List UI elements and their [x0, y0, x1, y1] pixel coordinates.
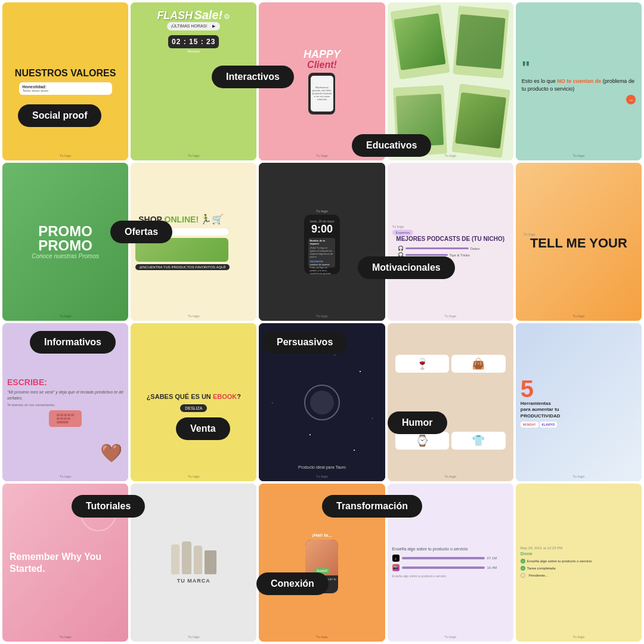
phone-dark-msg: Nombre de tu negocio ¡Feliz! Tu logo te …	[308, 238, 335, 268]
constellation	[304, 385, 340, 420]
main-grid: NUESTROS VALORES Honestidad: Texto texto…	[0, 0, 644, 644]
podcast-experts: Expertos	[392, 230, 414, 236]
phone-mockup: Muchísimas gracias, esto feliz, ya puedo…	[308, 73, 335, 114]
client-text: Client!	[307, 60, 337, 70]
podcast-item-2: 🎧 Tips & Tricks	[398, 252, 503, 258]
cell-valores: NUESTROS VALORES Honestidad: Texto texto…	[2, 2, 128, 160]
ebook-title: ¿SABES QUÉ ES UN EBOOK?	[147, 392, 241, 401]
cell16-logo: Tu logo	[60, 635, 72, 639]
spotted-face: Spotted!	[305, 540, 338, 575]
tell-me-text: TELL ME YOUR	[530, 236, 627, 250]
cell-flash-sale: FLASH Sale! ⚙ ¡ÚLTIMAS HORAS! ▶ 02 : 15 …	[131, 2, 256, 160]
cell-podcasts: Tu logo Expertos MEJORES PODCASTS DE (TU…	[388, 163, 513, 321]
constellation-inner	[310, 391, 334, 414]
cell11-logo: Tu logo	[60, 475, 72, 478]
product-bottles	[171, 541, 216, 574]
promo-text-2: PROMO	[38, 239, 92, 253]
escribe-quote: "Mi próximo mes se verá" y deja que el t…	[7, 389, 123, 401]
cell-tell-me: Tu logo TELL ME YOUR Tu logo	[516, 163, 642, 321]
photo-card-1	[390, 5, 450, 79]
cell9-logo: Tu logo	[444, 314, 456, 318]
done-item-2: ✓ Tarea completada	[521, 566, 556, 571]
cell14-logo: Tu logo	[444, 475, 456, 478]
desliza-btn: DESLIZA	[180, 404, 207, 412]
hai-text: ¡Hai! la...	[312, 532, 332, 538]
cell-ebook: ¿SABES QUÉ ES UN EBOOK? DESLIZA Tu logo	[131, 323, 256, 481]
spotted-text: Hazte conocer con tu producto	[305, 575, 338, 586]
cell15-logo: Tu logo	[572, 475, 584, 478]
cell20-logo: Tu logo	[572, 635, 584, 639]
cell12-logo: Tu logo	[188, 475, 200, 478]
cell-social-media: Enseña algo sobre tu producto o servicio…	[388, 484, 513, 642]
cell7-logo: Tu logo	[188, 314, 200, 318]
cell6-logo: Tu logo	[60, 314, 72, 318]
timer-display: 02 : 15 : 23	[168, 35, 219, 48]
flash-title: FLASH	[157, 10, 193, 22]
done-label: Done	[521, 551, 532, 556]
cell-remember: Remember Why You Started. Tu logo	[2, 484, 128, 642]
keyboard-rows	[57, 414, 74, 423]
cell-photos: Tu logo	[388, 2, 513, 160]
tool-monday: MONDAY	[521, 422, 538, 428]
valores-box: Honestidad: Texto texto texto	[19, 82, 112, 95]
circle-decoration	[80, 496, 116, 531]
cell-escribe: ESCRIBE: "Mi próximo mes se verá" y deja…	[2, 323, 128, 481]
product-wine: 🍷	[395, 355, 450, 373]
cell-quote: " Esto es lo que NO te cuentan de (probl…	[516, 2, 642, 160]
cell-products: 🍷 👜 ⌚ 👕 Tu logo	[388, 323, 513, 481]
herr-number: 5	[521, 377, 534, 401]
cell5-logo: Tu logo	[572, 154, 584, 157]
remember-text: Remember Why You Started.	[7, 551, 123, 574]
promo-subtitle: Conoce nuestras Promos	[32, 253, 99, 259]
escribe-sub: Te leemos en los comentarios.	[7, 403, 55, 407]
cell13-logo: Tu logo	[316, 475, 328, 478]
cell1-logo: Tu logo	[60, 154, 72, 157]
social-cta: Enseña algo sobre tu producto o servicio	[392, 574, 447, 578]
social-tiktok: ♪ 97.1M	[392, 555, 497, 562]
cell19-logo: Tu logo	[444, 635, 456, 639]
quote-mark: "	[522, 58, 530, 76]
social-instagram: 📷 16.4M	[392, 564, 497, 571]
phone-dark-mockup: lunes, 26 de mayo 9:00 Nombre de tu nego…	[304, 215, 340, 274]
done-date: May 28, 2021 at 12:25 PM	[521, 546, 562, 550]
escribe-title: ESCRIBE:	[7, 377, 47, 387]
quote-arrow: →	[626, 95, 636, 104]
spotted-phone: Spotted! Hazte conocer con tu producto	[305, 540, 338, 593]
promo-text-1: PROMO	[38, 224, 92, 239]
cell-dark-space: Producto ideal para Tauro Tu logo	[259, 323, 385, 481]
cell4-logo: Tu logo	[444, 154, 456, 157]
cell10-logo: Tu logo	[572, 314, 584, 318]
cell8-top-label: Tu logo	[316, 209, 328, 213]
podcast-top-label: Tu logo	[392, 225, 404, 228]
cell3-logo: Tu logo	[316, 154, 328, 157]
product-clothes: 👕	[451, 432, 506, 450]
cell17-logo: Tu logo	[188, 635, 200, 639]
cell-dark-phone: Tu logo lunes, 26 de mayo 9:00 Nombre de…	[259, 163, 385, 321]
podcast-item-1: 🎧 Datos	[398, 246, 503, 251]
shop-title: SHOP ONLINE!	[138, 215, 199, 224]
done-item-1: ✓ Enseña algo sobre tu producto o servic…	[521, 559, 592, 564]
shop-cta: ¡ENCUENTRA TUS PRODUCTOS FAVORITOS AQUÍ!	[135, 264, 230, 270]
cell-spotted: ¡Hai! la... Spotted! Hazte conocer con t…	[259, 484, 385, 642]
podcast-title: MEJORES PODCASTS DE (TU NICHO)	[396, 236, 504, 242]
cell-shop-online: SHOP ONLINE! 🏃‍♂️🛒 🔍Buscar... ¡ENCUENTRA…	[131, 163, 256, 321]
cell-herramientas: 5 Herramientaspara aumentar tuPRODUCTIVI…	[516, 323, 642, 481]
social-title: Enseña algo sobre tu producto o servicio	[392, 547, 468, 551]
cell8-logo: Tu logo	[316, 314, 328, 318]
cell-happy-client: HAPPY Client! Muchísimas gracias, esto f…	[259, 2, 385, 160]
tu-marca-label: TU MARCA	[177, 578, 210, 584]
sale-title: Sale!	[194, 8, 222, 22]
cell2-logo: Tu logo	[188, 154, 200, 157]
valores-title: NUESTROS VALORES	[15, 68, 116, 79]
keyboard-icon	[49, 410, 82, 427]
shop-search: 🔍Buscar...	[135, 228, 228, 236]
done-check-2: ✓	[521, 566, 525, 571]
bottle-3	[194, 546, 202, 574]
herr-title: Herramientaspara aumentar tuPRODUCTIVIDA…	[521, 401, 561, 419]
product-watch: ⌚	[395, 432, 450, 450]
tool-chips: MONDAY KLAVIYO	[521, 422, 558, 428]
ultimas-horas: ¡ÚLTIMAS HORAS! ▶	[167, 22, 220, 30]
spotted-badge: Spotted!	[314, 568, 330, 573]
bottle-roll	[205, 550, 216, 574]
cell-done-tasks: May 28, 2021 at 12:25 PM Done ✓ Enseña a…	[516, 484, 642, 642]
